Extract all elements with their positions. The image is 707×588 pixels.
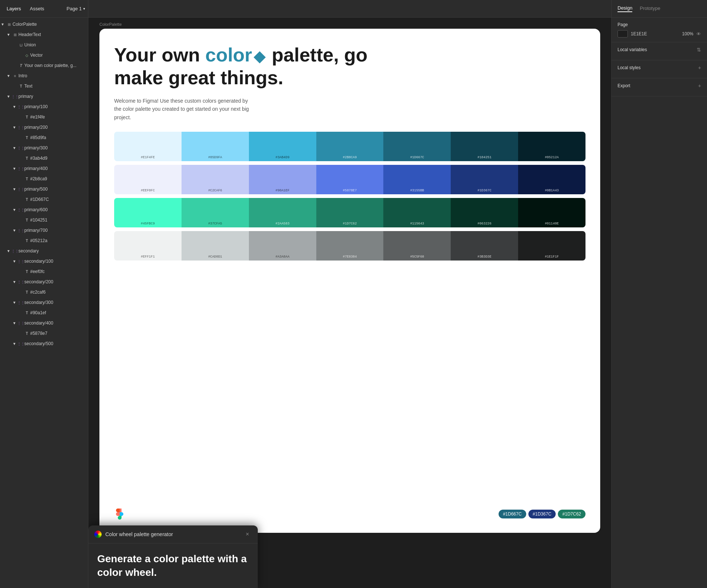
color-tag-1d7c62: #1D7C62 xyxy=(558,510,585,518)
page-indicator[interactable]: Page 1 ▾ xyxy=(67,6,85,11)
color-row-1: #E1F4FE #85D9FA #3AB4D9 #2B8CA9 #1D667C … xyxy=(114,132,585,161)
layer-label-vector: Vector xyxy=(30,53,43,58)
tab-assets[interactable]: Assets xyxy=(26,4,48,13)
layer-label-secondary500: secondary/500 xyxy=(24,341,53,346)
layer-label-primary200: primary/200 xyxy=(24,125,48,130)
layer-label-secondary300: secondary/300 xyxy=(24,300,53,305)
layer-label-text: Text xyxy=(24,84,32,89)
swatch-01140e: #01140E xyxy=(518,198,585,227)
layer-item-eef0fc[interactable]: T #eef0fc xyxy=(0,266,88,277)
layer-label-5878e7: #5878e7 xyxy=(30,331,48,336)
diamond-icon: ◆ xyxy=(254,47,265,65)
swatch-c2caf6: #C2CAF6 xyxy=(182,165,249,194)
layer-item-3ab4d9[interactable]: T #3ab4d9 xyxy=(0,153,88,163)
layer-item-primary200[interactable]: ▾ ⋮⋮ primary/200 xyxy=(0,122,88,132)
layer-label-90a1ef: #90a1ef xyxy=(30,310,46,315)
swatch-5c5f60: #5C5F60 xyxy=(383,231,451,261)
color-wheel-icon xyxy=(94,531,102,538)
text-icon-3ab4d9: T xyxy=(24,155,30,162)
page-name: Page 1 xyxy=(67,6,82,11)
frame-footer: #1D667C #1D367C #1D7C62 xyxy=(114,502,585,522)
layer-item-85d9fa[interactable]: T #85d9fa xyxy=(0,132,88,143)
text-icon-e1f4fe: T xyxy=(24,114,30,120)
add-export-icon[interactable]: + xyxy=(698,83,701,89)
layer-item-secondary400[interactable]: ▾ ⋮⋮ secondary/400 xyxy=(0,318,88,328)
chevron-down-icon: ▾ xyxy=(83,7,85,11)
export-section-header: Export + xyxy=(618,83,701,89)
union-icon: ⊔ xyxy=(18,42,24,48)
layer-item-vector[interactable]: ◇ Vector xyxy=(0,50,88,60)
local-variables-icon[interactable]: ⇅ xyxy=(697,47,701,53)
text-icon-eef0fc: T xyxy=(24,268,30,275)
page-opacity: 100% xyxy=(682,31,693,36)
color-tag-1d667c: #1D667C xyxy=(499,510,526,518)
swatch-e1f4fe: #E1F4FE xyxy=(114,132,182,161)
eye-icon[interactable]: 👁 xyxy=(696,31,701,37)
layer-item-c2caf6[interactable]: T #c2caf6 xyxy=(0,287,88,297)
layer-item-primary[interactable]: ▾ ⋮⋮ primary xyxy=(0,91,88,102)
layer-item-yourown[interactable]: T Your own color palette, g... xyxy=(0,60,88,71)
layer-label-colorpalette: ColorPalette xyxy=(13,22,37,27)
page-color-box[interactable] xyxy=(618,30,628,38)
layer-item-5878e7[interactable]: T #5878e7 xyxy=(0,328,88,339)
layer-item-union[interactable]: ⊔ Union xyxy=(0,40,88,50)
text-icon-2b8ca9: T xyxy=(24,176,30,182)
local-styles-title: Local styles xyxy=(618,65,641,70)
layer-item-primary300[interactable]: ▾ ⋮⋮ primary/300 xyxy=(0,143,88,153)
layer-item-primary400[interactable]: ▾ ⋮⋮ primary/400 xyxy=(0,163,88,174)
layer-item-90a1ef[interactable]: T #90a1ef xyxy=(0,308,88,318)
swatch-05212a: #05212A xyxy=(518,132,585,161)
layer-item-secondary200[interactable]: ▾ ⋮⋮ secondary/200 xyxy=(0,277,88,287)
popup-card: Color wheel palette generator × Generate… xyxy=(88,525,258,588)
component-child-icon-secondary100: ⋮⋮ xyxy=(18,258,24,265)
text-icon-05212a: T xyxy=(24,237,30,244)
layer-item-secondary100[interactable]: ▾ ⋮⋮ secondary/100 xyxy=(0,256,88,266)
component-child-icon-primary600: ⋮⋮ xyxy=(18,206,24,213)
layer-item-2b8ca9[interactable]: T #2b8ca9 xyxy=(0,174,88,184)
main-area: ▾ ⊞ ColorPalette ▾ ⊞ HeaderText ⊔ Union … xyxy=(0,18,707,588)
layer-item-primary600[interactable]: ▾ ⋮⋮ primary/600 xyxy=(0,205,88,215)
tab-layers[interactable]: Layers xyxy=(3,4,25,13)
swatch-1e1f1f: #1E1F1F xyxy=(518,231,585,261)
swatch-90a1ef: #90A1EF xyxy=(249,165,316,194)
popup-close-button[interactable]: × xyxy=(243,530,252,539)
add-local-styles-icon[interactable]: + xyxy=(698,65,701,71)
layer-label-2b8ca9: #2b8ca9 xyxy=(30,176,47,181)
component-child-icon-secondary400: ⋮⋮ xyxy=(18,320,24,326)
layer-item-secondary500[interactable]: ▾ ⋮⋮ secondary/500 xyxy=(0,339,88,349)
color-row-3: #45FBC9 #37CFA5 #2AA583 #1D7C62 #115643 … xyxy=(114,198,585,227)
hero-subtitle: Welcome to Figma! Use these custom color… xyxy=(114,97,254,121)
layer-label-primary600: primary/600 xyxy=(24,207,48,212)
tab-design[interactable]: Design xyxy=(618,5,632,12)
component-child-icon-primary100: ⋮⋮ xyxy=(18,103,24,110)
layer-item-primary100[interactable]: ▾ ⋮⋮ primary/100 xyxy=(0,102,88,112)
layer-item-104251[interactable]: T #104251 xyxy=(0,215,88,225)
layers-list: ▾ ⊞ ColorPalette ▾ ⊞ HeaderText ⊔ Union … xyxy=(0,18,88,588)
layer-item-colorpalette[interactable]: ▾ ⊞ ColorPalette xyxy=(0,19,88,29)
tab-prototype[interactable]: Prototype xyxy=(640,6,660,12)
layer-item-1d667c[interactable]: T #1D667C xyxy=(0,194,88,205)
layer-item-secondary[interactable]: ▾ ⋮⋮ secondary xyxy=(0,246,88,256)
export-section: Export + xyxy=(612,78,707,96)
layer-item-headertext[interactable]: ▾ ⊞ HeaderText xyxy=(0,29,88,40)
layer-item-secondary300[interactable]: ▾ ⋮⋮ secondary/300 xyxy=(0,297,88,308)
layer-label-primary: primary xyxy=(18,94,33,99)
swatch-37cfa5: #37CFA5 xyxy=(182,198,249,227)
layer-item-intro[interactable]: ▾ ≡ Intro xyxy=(0,71,88,81)
layer-item-05212a[interactable]: T #05212a xyxy=(0,235,88,246)
layer-item-text[interactable]: T Text xyxy=(0,81,88,91)
swatch-5878e7: #5878E7 xyxy=(316,165,384,194)
page-section-header: Page xyxy=(618,22,701,27)
component-child-icon-secondary200: ⋮⋮ xyxy=(18,279,24,285)
swatch-2b8ca9: #2B8CA9 xyxy=(316,132,384,161)
popup-title: Color wheel palette generator xyxy=(105,531,243,537)
text-icon-text: T xyxy=(18,83,24,89)
layer-label-1d667c: #1D667C xyxy=(30,197,49,202)
popup-body: Generate a color palette with a color wh… xyxy=(88,543,258,588)
swatch-eef0fc: #EEF0FC xyxy=(114,165,182,194)
layer-item-primary700[interactable]: ▾ ⋮⋮ primary/700 xyxy=(0,225,88,235)
layer-item-primary500[interactable]: ▾ ⋮⋮ primary/500 xyxy=(0,184,88,194)
layer-item-e1f4fe[interactable]: T #e1f4fe xyxy=(0,112,88,122)
left-panel: ▾ ⊞ ColorPalette ▾ ⊞ HeaderText ⊔ Union … xyxy=(0,18,88,588)
layer-label-c2caf6: #c2caf6 xyxy=(30,290,46,295)
